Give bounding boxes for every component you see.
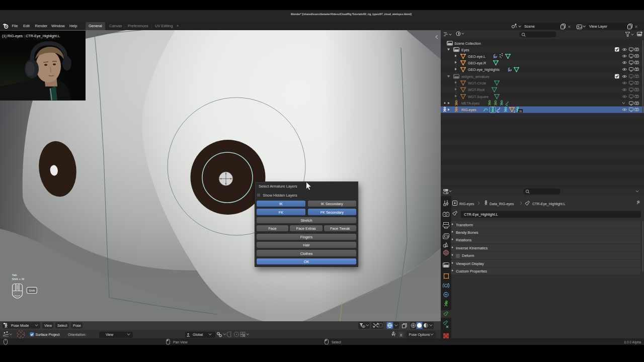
svg-text:Global: Global [193, 333, 203, 336]
svg-text:3.0.0 Alpha: 3.0.0 Alpha [624, 340, 641, 344]
svg-text:(1) RIG-eyes : CTR-Eye_Highlig: (1) RIG-eyes : CTR-Eye_Highlight.L [2, 34, 60, 38]
svg-text:RIG-eyes: RIG-eyes [461, 108, 476, 112]
svg-text:GEO-eye_highlights: GEO-eye_highlights [468, 68, 500, 72]
svg-text:Shift + M: Shift + M [12, 277, 25, 281]
svg-text:2: 2 [514, 110, 515, 113]
svg-text:WGT-Root: WGT-Root [468, 88, 485, 92]
svg-text:X: X [400, 333, 403, 337]
svg-text:View Layer: View Layer [589, 24, 608, 29]
svg-text:Select: Select [332, 340, 341, 344]
svg-text:RIG-eyes: RIG-eyes [459, 202, 474, 206]
svg-text:Orientation:: Orientation: [68, 333, 86, 336]
svg-text:Data_RIG-eyes: Data_RIG-eyes [490, 202, 514, 206]
svg-text:GEO-eye.L: GEO-eye.L [468, 55, 486, 59]
svg-text:Pan View: Pan View [173, 340, 188, 344]
svg-text:Tab: Tab [12, 273, 18, 277]
svg-text:View: View [106, 333, 114, 336]
svg-text:Shift: Shift [29, 289, 35, 292]
svg-text:✕: ✕ [634, 25, 638, 29]
svg-text:GEO-eye.R: GEO-eye.R [468, 61, 486, 65]
svg-text:View: View [44, 324, 52, 327]
svg-text:Surface Project: Surface Project [36, 333, 60, 337]
svg-text:CTR-Eye_Highlight.L: CTR-Eye_Highlight.L [464, 212, 498, 217]
svg-text:META-eyes: META-eyes [461, 102, 480, 106]
svg-text:11: 11 [519, 110, 522, 113]
svg-text:widgets_armature: widgets_armature [461, 75, 490, 79]
svg-text:Pose: Pose [73, 324, 81, 327]
svg-text:Pose Options: Pose Options [409, 333, 431, 337]
svg-text:WGT-Square: WGT-Square [468, 95, 489, 99]
svg-text:Scene Collection: Scene Collection [454, 42, 481, 45]
svg-text:✕: ✕ [568, 25, 571, 29]
svg-text:Pose Mode: Pose Mode [11, 324, 29, 327]
svg-text:Scene: Scene [524, 24, 535, 29]
svg-text:CTR-Eye_Highlight.L: CTR-Eye_Highlight.L [532, 202, 566, 206]
svg-text:Eyes: Eyes [461, 48, 469, 52]
svg-text:WGT-Circle: WGT-Circle [468, 81, 486, 85]
svg-text:Select: Select [57, 324, 67, 327]
